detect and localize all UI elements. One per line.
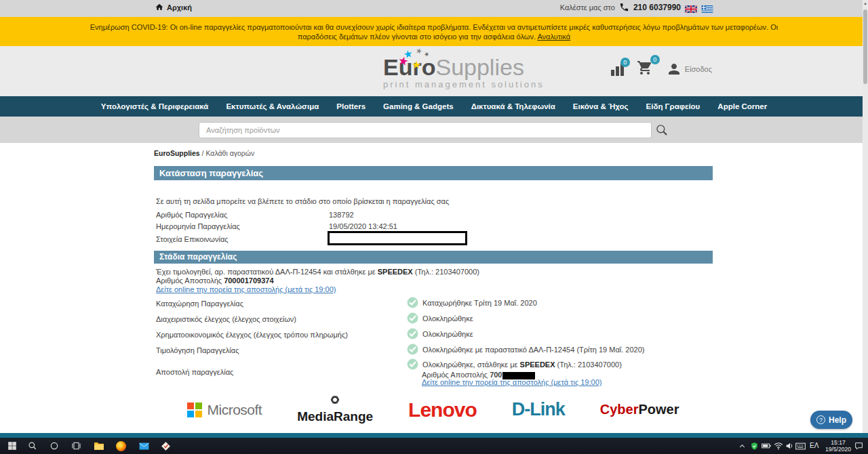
nav-item-network[interactable]: Δικτυακά & Τηλεφωνία [462,102,564,110]
nav-item-apple[interactable]: Apple Corner [709,102,776,110]
cortana-button[interactable] [49,440,60,451]
check-circle-icon [407,297,418,308]
tracking-label: Αριθμός Αποστολής [156,276,224,285]
tray-chevron-button[interactable] [736,440,747,451]
windows-logo-icon [7,441,17,451]
file-explorer-icon [94,441,104,451]
invoice-text-post: (Τηλ.: 2103407000) [413,268,479,276]
stage-3-status: Ολοκληρώθηκε [407,328,473,339]
brand-logos-row: Microsoft MediaRange Lenovo D-Link Cyber… [154,395,713,424]
taskbar-date: 19/5/2020 [823,447,853,453]
keyboard-icon [795,442,806,450]
search-input[interactable] [199,122,652,138]
nav-item-plotters[interactable]: Plotters [328,102,374,110]
start-button[interactable] [7,440,18,451]
main-navigation: Υπολογιστές & Περιφερειακά Εκτυπωτές & Α… [0,96,868,117]
lenovo-logo[interactable]: Lenovo [408,398,477,421]
page-scrollbar[interactable]: ▲ [863,0,868,433]
nav-item-office[interactable]: Είδη Γραφείου [637,102,709,110]
taskbar-search-button[interactable] [27,440,38,451]
cart-button[interactable]: 0 [636,60,654,79]
logo-star-magenta-icon: ★ [397,55,410,68]
check-circle-icon [407,358,418,370]
nav-item-printers[interactable]: Εκτυπωτές & Αναλώσιμα [217,102,328,110]
logo-tagline: print management solutions [383,79,545,89]
ship-status-pre: Ολοκληρώθηκε, στάλθηκε με [422,360,520,369]
battery-tray-button[interactable] [761,440,772,451]
covid-banner-text: Ενημέρωση COVID-19: Οι on-line παραγγελί… [90,23,778,41]
dlink-logo[interactable]: D-Link [512,399,565,420]
stage-5-label: Αποστολή παραγγελίας [156,368,233,376]
task-view-icon [71,441,81,451]
phone-number[interactable]: 210 6037990 [633,3,681,12]
microsoft-logo[interactable]: Microsoft [187,402,262,418]
chevron-up-icon [738,442,746,450]
home-link[interactable]: Αρχική [155,3,192,12]
nav-item-gaming[interactable]: Gaming & Gadgets [374,102,462,110]
search-icon [28,441,37,451]
file-explorer-button[interactable] [94,440,104,451]
security-tray-button[interactable] [749,440,760,451]
mediarange-swirl-icon [329,395,341,405]
order-number-label: Αριθμός Παραγγελίας [156,211,227,219]
home-icon [155,3,164,12]
check-circle-icon [407,344,418,355]
scrollbar-up-arrow[interactable]: ▲ [863,1,867,5]
breadcrumb-root[interactable]: EuroSupplies [154,149,200,157]
battery-icon [762,442,771,449]
keyboard-tray-button[interactable] [795,440,806,451]
breadcrumb: EuroSupplies / Καλάθι αγορών [154,149,254,157]
wifi-tray-button[interactable] [773,440,784,451]
scrollbar-thumb[interactable] [863,9,867,84]
site-header: ★ ★ ★ ★ ★ EuroSupplies print management … [0,46,868,96]
mail-button[interactable] [138,440,149,451]
check-circle-icon [407,312,418,324]
action-center-button[interactable] [853,440,864,451]
cortana-icon [50,441,59,451]
cyberpower-logo[interactable]: CyberPower [600,402,679,417]
nav-item-av[interactable]: Εικόνα & Ήχος [564,102,637,110]
mediarange-logo[interactable]: MediaRange [297,395,373,424]
todo-button[interactable] [160,440,171,451]
login-button[interactable]: Είσοδος [666,61,712,77]
breadcrumb-current: Καλάθι αγορών [205,149,254,157]
eurosupplies-logo[interactable]: ★ ★ ★ ★ ★ EuroSupplies print management … [383,54,545,89]
stage-2-status: Ολοκληρώθηκε [407,312,473,324]
search-strip [0,117,868,143]
stage-2-label: Διαχειριστικός έλεγχος (έλεγχος στοιχείω… [156,315,296,323]
cart-badge: 0 [650,55,660,64]
task-view-button[interactable] [71,440,81,451]
home-label: Αρχική [167,3,192,12]
taskbar-clock[interactable]: 15:17 19/5/2020 [823,440,853,453]
topbar-right: Καλέστε μας στο 210 6037990 [560,2,713,12]
microsoft-squares-icon [187,403,202,417]
ship-tracking-link[interactable]: Δείτε online την πορεία της αποστολής (μ… [422,378,601,386]
order-number-value: 138792 [329,211,354,219]
stage-4-status: Ολοκληρώθηκε με παραστατικό ΔΑΛ-Π-12454 … [407,344,645,355]
covid-banner: Ενημέρωση COVID-19: Οι on-line παραγγελί… [0,17,868,46]
uk-flag-icon[interactable] [685,3,697,11]
carrier-name: SPEEDEX [378,268,413,276]
order-stages-title: Στάδια παραγγελίας [154,251,713,264]
compare-badge: 0 [620,58,630,67]
help-label: Help [829,415,846,425]
search-button[interactable] [655,123,669,137]
tracking-link[interactable]: Δείτε online την πορεία της αποστολής (μ… [156,285,336,293]
language-indicator[interactable]: ΕΛ [810,442,818,449]
ship-status-post: (Τηλ.: 2103407000) [555,360,622,369]
ship-carrier: SPEEDEX [520,360,555,369]
help-button[interactable]: ? Help [810,411,852,429]
login-label: Είσοδος [685,65,712,73]
compare-button[interactable]: 0 [611,62,624,76]
wifi-icon [774,442,783,450]
greek-flag-icon[interactable] [701,3,713,11]
check-circle-icon [407,328,418,339]
contact-info-redaction [328,231,467,245]
firefox-button[interactable] [115,440,126,451]
volume-tray-button[interactable] [784,440,795,451]
covid-details-link[interactable]: Αναλυτικά [537,33,570,41]
logo-star-yellow-icon: ★ [412,60,421,70]
stage-1-label: Καταχώρηση Παραγγελίας [156,300,243,308]
nav-item-computers[interactable]: Υπολογιστές & Περιφερειακά [92,102,218,110]
stage-3-label: Χρηματοοικονομικός έλεγχος (έλεγχος τρόπ… [156,331,348,339]
